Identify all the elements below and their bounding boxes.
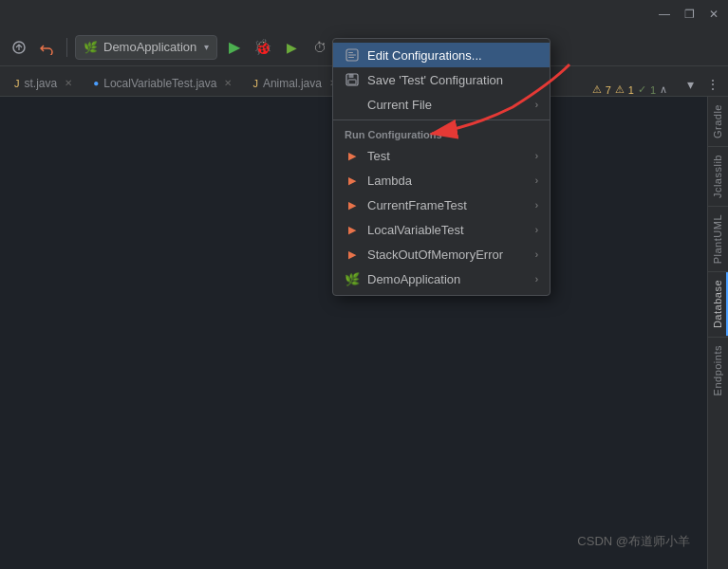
run-configurations-header: Run Configurations — [333, 123, 550, 143]
tab-close-st[interactable]: ✕ — [65, 78, 72, 88]
localvariabletest-chevron: › — [535, 225, 538, 235]
test-chevron: › — [535, 151, 538, 161]
close-button[interactable]: ✕ — [707, 8, 720, 21]
sidebar-item-jclasslib[interactable]: Jclasslib — [708, 147, 728, 206]
tab-label-animal: Animal.java — [263, 77, 322, 90]
minimize-button[interactable]: — — [658, 8, 671, 21]
sidebar-item-gradle[interactable]: Gradle — [708, 97, 728, 146]
menu-item-test[interactable]: ▶ Test › — [333, 143, 550, 168]
stackoutofmemoryerror-icon: ▶ — [345, 247, 360, 262]
sidebar-item-plantuml[interactable]: PlantUML — [708, 207, 728, 271]
profile-button[interactable]: ⏱ — [308, 36, 331, 59]
warning-icon: ⚠ — [592, 83, 602, 96]
sidebar-item-endpoints[interactable]: Endpoints — [708, 338, 728, 403]
demoapplication-label: DemoApplication — [367, 272, 460, 286]
info-warning-icon: ⚠ — [615, 83, 625, 96]
menu-item-lambda[interactable]: ▶ Lambda › — [333, 168, 550, 193]
currentframetest-label: CurrentFrameTest — [367, 198, 467, 212]
menu-item-save-configuration[interactable]: Save 'Test' Configuration — [333, 67, 550, 92]
run-button[interactable]: ▶ — [223, 36, 246, 59]
tab-localvariable[interactable]: ● LocalVariableTest.java ✕ — [83, 69, 242, 96]
vcs-update-button[interactable] — [8, 36, 30, 59]
stackoutofmemoryerror-chevron: › — [535, 249, 538, 260]
up-arrow-icon: ∧ — [660, 83, 667, 96]
run-with-coverage-button[interactable]: ▶ — [280, 36, 303, 59]
watermark: CSDN @布道师小羊 — [577, 533, 690, 550]
tab-options[interactable]: ⋮ — [701, 73, 724, 96]
toolbar-separator-1 — [66, 38, 67, 57]
localvariabletest-icon: ▶ — [345, 222, 360, 237]
demoapplication-icon: 🌿 — [345, 271, 360, 286]
svg-rect-4 — [348, 80, 356, 84]
tab-st-java[interactable]: J st.java ✕ — [4, 69, 83, 96]
demoapplication-chevron: › — [535, 274, 538, 284]
lambda-chevron: › — [535, 175, 538, 186]
localvariabletest-label: LocalVariableTest — [367, 223, 464, 237]
restore-button[interactable]: ❐ — [682, 8, 696, 21]
test-label: Test — [367, 149, 390, 163]
undo-button[interactable] — [36, 36, 59, 59]
dropdown-arrow: ▾ — [204, 42, 209, 52]
edit-config-label: Edit Configurations... — [367, 48, 482, 63]
tab-label-localvariable: LocalVariableTest.java — [103, 77, 216, 90]
menu-item-localvariabletest[interactable]: ▶ LocalVariableTest › — [333, 217, 550, 242]
tab-icon-animal: J — [252, 78, 258, 89]
tab-scroll-down[interactable]: ▾ — [679, 73, 701, 96]
menu-separator-1 — [333, 119, 550, 120]
test-icon: ▶ — [345, 148, 360, 163]
menu-item-currentframetest[interactable]: ▶ CurrentFrameTest › — [333, 193, 550, 217]
right-sidebar: Gradle Jclasslib PlantUML Database Endpo… — [707, 97, 728, 569]
menu-item-current-file[interactable]: Current File › — [333, 92, 550, 117]
tab-icon-st: J — [14, 78, 20, 89]
svg-rect-3 — [349, 74, 354, 78]
debug-button[interactable]: 🐞 — [252, 36, 274, 59]
tab-icon-localvariable: ● — [93, 78, 99, 88]
menu-item-stackoutofmemoryerror[interactable]: ▶ StackOutOfMemoryError › — [333, 242, 550, 266]
ok-icon: ✓ — [638, 83, 646, 96]
edit-config-icon — [345, 47, 360, 63]
warning-count: 7 — [606, 84, 611, 96]
lambda-label: Lambda — [367, 174, 412, 188]
save-config-label: Save 'Test' Configuration — [367, 73, 503, 87]
dropdown-menu: Edit Configurations... Save 'Test' Confi… — [332, 38, 551, 296]
title-bar: — ❐ ✕ — [0, 0, 728, 28]
currentframetest-chevron: › — [535, 200, 538, 211]
stackoutofmemoryerror-label: StackOutOfMemoryError — [367, 248, 503, 262]
run-config-dropdown[interactable]: 🌿 DemoApplication ▾ — [75, 35, 217, 60]
tab-warnings: ⚠ 7 ⚠ 1 ✓ 1 ∧ — [585, 83, 675, 96]
current-file-chevron: › — [535, 100, 538, 110]
ok-count: 1 — [650, 84, 656, 96]
save-config-icon — [345, 72, 360, 87]
sidebar-item-database[interactable]: Database — [708, 272, 728, 336]
config-icon: 🌿 — [84, 41, 98, 54]
menu-item-edit-configurations[interactable]: Edit Configurations... — [333, 43, 550, 67]
lambda-icon: ▶ — [345, 173, 360, 188]
tab-close-localvariable[interactable]: ✕ — [224, 78, 232, 88]
current-file-icon — [345, 97, 360, 112]
menu-item-demoapplication[interactable]: 🌿 DemoApplication › — [333, 266, 550, 291]
tab-label-st: st.java — [25, 77, 58, 90]
config-name: DemoApplication — [103, 40, 196, 54]
current-file-label: Current File — [367, 98, 432, 112]
info-count: 1 — [628, 84, 634, 96]
currentframetest-icon: ▶ — [345, 197, 360, 212]
